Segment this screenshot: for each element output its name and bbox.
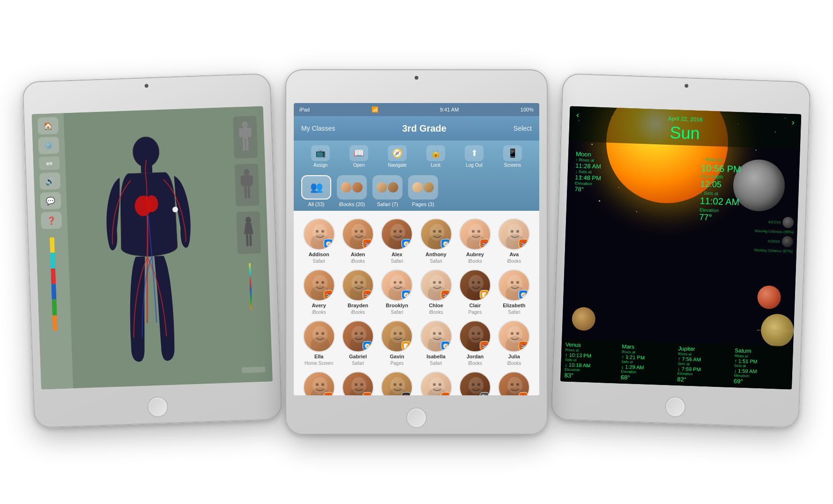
student-item[interactable]: 📝ClairPages	[457, 269, 492, 315]
anatomy-body-area	[64, 107, 235, 388]
student-avatar: 📚	[420, 269, 452, 301]
lock-button[interactable]: 🔒 Lock	[426, 145, 445, 168]
screens-button[interactable]: 📱 Screens	[503, 145, 522, 168]
student-name: Chloe	[429, 303, 443, 308]
lock-icon: 🔒	[426, 145, 445, 161]
student-item[interactable]: 📚ChloeiBooks	[418, 269, 454, 315]
ipad-right: 4/22/16 Waning Gibbous (99%) 4/23/16 Wan…	[550, 73, 811, 428]
student-item[interactable]: 📚JuliaiBooks	[497, 320, 532, 366]
anatomy-settings-icon[interactable]: ⚙️	[38, 137, 59, 155]
student-item[interactable]: 📚MasoniBooks	[497, 371, 532, 395]
student-avatar: 📚	[303, 371, 335, 395]
student-item[interactable]: 📚LoganiBooks	[418, 371, 454, 395]
student-avatar: 📝	[381, 320, 413, 352]
svg-point-61	[477, 281, 480, 284]
svg-point-77	[399, 332, 402, 335]
student-item[interactable]: 📚AvaiBooks	[497, 218, 532, 264]
right-ipad-camera	[684, 84, 688, 88]
anatomy-chat-icon[interactable]: 💬	[40, 192, 61, 210]
student-item[interactable]: 🧭BrooklynSafari	[379, 269, 415, 315]
anatomy-app: 🏠 ⚙️ en 🔊 💬 ❓	[32, 106, 273, 390]
student-item[interactable]: 📝GavinPages	[379, 320, 415, 366]
center-ipad-screen: iPad 📶 9:41 AM 100% My Classes 3rd Grade…	[294, 103, 539, 395]
student-avatar: 📚	[459, 320, 491, 352]
student-avatar: 📚	[459, 218, 491, 250]
student-item[interactable]: 📚AveryiBooks	[301, 269, 336, 315]
student-badge: 🧭	[324, 239, 333, 248]
anatomy-svg	[94, 125, 205, 371]
student-item[interactable]: 🧭AddisonSafari	[301, 218, 336, 264]
svg-point-33	[439, 230, 441, 233]
anatomy-sound-icon[interactable]: 🔊	[39, 172, 60, 190]
student-badge: 📚	[324, 290, 333, 299]
student-avatar: 📚	[342, 218, 374, 250]
logout-button[interactable]: ⬆ Log Out	[465, 145, 483, 168]
student-item[interactable]: 📵LiamDisplay off	[379, 371, 415, 395]
student-item[interactable]: 📚AubreyiBooks	[457, 218, 492, 264]
student-app: Pages	[390, 361, 403, 366]
student-app: Pages	[469, 310, 482, 315]
student-item[interactable]: 📚JordaniBooks	[457, 320, 492, 366]
filter-ibooks[interactable]: iBooks (20)	[337, 175, 367, 207]
filter-safari-label: Safari (7)	[377, 201, 398, 207]
next-nav-button[interactable]: ›	[791, 118, 795, 127]
svg-rect-9	[243, 139, 245, 151]
student-badge: 📚	[519, 341, 528, 350]
svg-point-73	[360, 332, 363, 335]
student-badge: 📚	[363, 239, 372, 248]
left-ipad-screen: 🏠 ⚙️ en 🔊 💬 ❓	[32, 106, 273, 390]
svg-point-68	[316, 332, 319, 335]
navigate-button[interactable]: 🧭 Navigate	[388, 145, 407, 168]
student-avatar: 📵	[381, 371, 413, 395]
svg-point-32	[433, 230, 436, 233]
filter-all-avatars: 👥	[301, 175, 331, 200]
student-item[interactable]: 🧭AlexSafari	[379, 218, 415, 264]
student-item[interactable]: 🧭AnthonySafari	[418, 218, 454, 264]
filter-all[interactable]: 👥 All (33)	[301, 175, 331, 207]
filter-safari[interactable]: Safari (7)	[372, 175, 402, 207]
svg-point-108	[472, 383, 475, 386]
center-ipad-camera	[415, 76, 418, 80]
anatomy-home-icon[interactable]: 🏠	[37, 117, 59, 135]
svg-rect-14	[244, 186, 247, 199]
student-avatar: 📚	[342, 371, 374, 395]
student-item[interactable]: 📚KaelyniBooks	[301, 371, 336, 395]
student-item[interactable]: 📚BraydeniBooks	[340, 269, 375, 315]
back-button[interactable]: My Classes	[301, 125, 335, 132]
student-avatar: 🧭	[381, 218, 413, 250]
right-ipad-home-button[interactable]	[665, 396, 686, 418]
open-button[interactable]: 📖 Open	[350, 145, 368, 168]
student-name: Anthony	[425, 252, 446, 257]
student-item[interactable]: EllaHome Screen	[301, 320, 336, 366]
status-bar: iPad 📶 9:41 AM 100%	[294, 103, 539, 116]
body-thumb-2[interactable]	[235, 163, 260, 207]
filter-pages[interactable]: Pages (3)	[408, 175, 438, 207]
classroom-toolbar: 📺 Assign 📖 Open 🧭 Navigate 🔒 Lock	[294, 141, 539, 171]
left-ipad-home-button[interactable]	[147, 396, 169, 418]
center-ipad-home-button[interactable]	[406, 408, 427, 428]
open-icon: 📖	[350, 145, 368, 161]
student-name: Avery	[312, 303, 326, 308]
student-item[interactable]: 📡LucasAirPlay	[457, 371, 492, 395]
assign-label: Assign	[313, 163, 327, 168]
student-badge: 📝	[480, 290, 489, 299]
select-button[interactable]: Select	[513, 125, 532, 132]
student-item[interactable]: 📚LandoniBooks	[340, 371, 375, 395]
student-item[interactable]: 🧭IsabellaSafari	[418, 320, 454, 366]
prev-nav-button[interactable]: ‹	[576, 110, 580, 120]
svg-point-25	[360, 230, 363, 233]
anatomy-language-icon[interactable]: en	[39, 156, 60, 170]
anatomy-help-icon[interactable]: ❓	[41, 212, 62, 230]
ipad-center: iPad 📶 9:41 AM 100% My Classes 3rd Grade…	[285, 69, 548, 435]
student-item[interactable]: 📚AideniBooks	[340, 218, 375, 264]
filter-tabs: 👥 All (33) iBooks (20)	[294, 171, 539, 211]
student-badge: 📚	[363, 290, 372, 299]
screens-icon: 📱	[503, 145, 522, 161]
assign-button[interactable]: 📺 Assign	[311, 145, 330, 168]
student-item[interactable]: 🧭ElizabethSafari	[497, 269, 532, 315]
svg-point-53	[399, 281, 402, 284]
body-thumb-3[interactable]	[236, 211, 261, 254]
body-thumb-1[interactable]	[233, 116, 258, 159]
student-item[interactable]: 🧭GabrielSafari	[340, 320, 375, 366]
astro-date: April 22, 2016	[668, 115, 703, 123]
